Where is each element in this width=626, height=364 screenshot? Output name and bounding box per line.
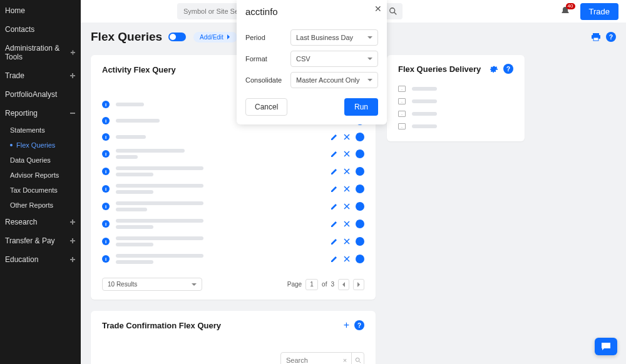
svg-rect-3 — [593, 38, 598, 41]
sidebar-item-contacts[interactable]: Contacts — [0, 20, 81, 39]
run-icon[interactable] — [356, 167, 364, 176]
print-icon[interactable] — [591, 32, 601, 42]
info-icon[interactable]: i — [102, 238, 110, 245]
sidebar-sub-advisorreports[interactable]: Advisor Reports — [0, 168, 81, 183]
delivery-row — [398, 83, 513, 95]
trade-button[interactable]: Trade — [580, 3, 618, 20]
run-icon[interactable] — [356, 237, 364, 246]
info-icon[interactable]: i — [102, 101, 110, 108]
run-icon[interactable] — [356, 255, 364, 263]
edit-icon[interactable] — [331, 203, 338, 210]
plus-icon — [70, 49, 76, 56]
period-select[interactable]: Last Business Day — [290, 29, 378, 46]
info-icon[interactable]: i — [102, 220, 110, 228]
help-icon[interactable]: ? — [354, 320, 364, 330]
sidebar-item-transferpay[interactable]: Transfer & Pay — [0, 231, 81, 250]
consolidate-select[interactable]: Master Account Only — [290, 72, 378, 88]
delivery-row — [398, 95, 513, 108]
sidebar-sub-otherreports[interactable]: Other Reports — [0, 198, 81, 213]
close-icon[interactable]: ✕ — [374, 4, 382, 14]
sidebar-sub-taxdocuments[interactable]: Tax Documents — [0, 183, 81, 198]
notification-badge: 40 — [566, 3, 575, 9]
delivery-row — [398, 120, 513, 133]
edit-icon[interactable] — [331, 150, 338, 158]
query-row: i — [102, 215, 364, 233]
edit-icon[interactable] — [331, 133, 338, 141]
sidebar-sub-flexqueries[interactable]: Flex Queries — [0, 138, 81, 153]
info-icon[interactable]: i — [102, 133, 110, 141]
edit-icon[interactable] — [331, 185, 338, 193]
chevron-down-icon — [367, 56, 372, 61]
svg-point-4 — [356, 358, 359, 361]
delete-icon[interactable] — [343, 220, 351, 228]
format-select[interactable]: CSV — [290, 51, 378, 67]
query-row: i — [102, 163, 364, 180]
trade-confirm-card: Trade Confirmation Flex Query + ? × i — [91, 311, 376, 364]
run-icon[interactable] — [356, 202, 364, 211]
info-icon[interactable]: i — [102, 150, 110, 158]
help-icon[interactable]: ? — [503, 64, 513, 74]
query-row: i — [102, 145, 364, 163]
edit-icon[interactable] — [331, 220, 338, 228]
info-icon[interactable]: i — [102, 255, 110, 263]
cancel-button[interactable]: Cancel — [245, 98, 287, 116]
trade-card-title: Trade Confirmation Flex Query — [102, 321, 221, 330]
toggle-switch[interactable] — [168, 33, 186, 41]
edit-icon[interactable] — [331, 255, 338, 263]
next-page-button[interactable] — [353, 279, 364, 290]
envelope-icon — [398, 111, 406, 117]
sidebar-sub-statements[interactable]: Statements — [0, 123, 81, 138]
results-select[interactable]: 10 Results — [102, 278, 202, 291]
run-icon[interactable] — [356, 149, 364, 158]
edit-icon[interactable] — [331, 238, 338, 245]
chevron-down-icon — [367, 78, 372, 83]
delete-icon[interactable] — [343, 185, 351, 193]
chevron-right-icon — [226, 34, 231, 39]
gear-icon[interactable] — [490, 64, 498, 73]
run-icon[interactable] — [356, 220, 364, 228]
run-icon[interactable] — [356, 133, 364, 141]
delete-icon[interactable] — [343, 150, 351, 158]
info-icon[interactable]: i — [102, 203, 110, 210]
help-icon[interactable]: ? — [606, 32, 616, 42]
minus-icon — [69, 110, 76, 116]
info-icon[interactable]: i — [102, 117, 110, 124]
notifications-icon[interactable]: 40 — [560, 6, 572, 17]
envelope-icon — [398, 98, 406, 104]
delete-icon[interactable] — [343, 133, 351, 141]
run-icon[interactable] — [356, 185, 364, 193]
sidebar-item-education[interactable]: Education — [0, 250, 81, 269]
sidebar-item-reporting[interactable]: Reporting — [0, 104, 81, 123]
delete-icon[interactable] — [343, 255, 351, 263]
plus-icon — [69, 219, 76, 225]
plus-icon — [69, 73, 76, 79]
prev-page-button[interactable] — [338, 279, 349, 290]
sidebar-sub-dataqueries[interactable]: Data Queries — [0, 153, 81, 168]
current-page[interactable]: 1 — [305, 279, 318, 290]
search-icon[interactable] — [351, 353, 364, 364]
clear-search-icon[interactable]: × — [339, 353, 351, 364]
svg-rect-1 — [593, 33, 599, 35]
sidebar-item-portfolioanalyst[interactable]: PortfolioAnalyst — [0, 85, 81, 104]
addedit-button[interactable]: Add/Edit — [193, 32, 237, 43]
chevron-down-icon — [367, 35, 372, 40]
svg-point-0 — [390, 8, 395, 13]
envelope-icon — [398, 86, 406, 92]
run-button[interactable]: Run — [344, 98, 378, 116]
info-icon[interactable]: i — [102, 185, 110, 193]
trade-search-input[interactable] — [281, 356, 339, 364]
page-label: Page — [287, 281, 302, 288]
plus-icon — [69, 238, 76, 244]
delete-icon[interactable] — [343, 203, 351, 210]
delete-icon[interactable] — [343, 238, 351, 245]
chat-button[interactable] — [595, 338, 617, 355]
sidebar-item-admin[interactable]: Administration & Tools — [0, 39, 81, 66]
sidebar-item-home[interactable]: Home — [0, 1, 81, 20]
info-icon[interactable]: i — [102, 168, 110, 175]
sidebar-item-trade[interactable]: Trade — [0, 66, 81, 85]
edit-icon[interactable] — [331, 168, 338, 175]
add-trade-query-icon[interactable]: + — [344, 320, 349, 331]
delete-icon[interactable] — [343, 168, 351, 175]
sidebar-item-research[interactable]: Research — [0, 213, 81, 231]
consolidate-label: Consolidate — [245, 76, 290, 84]
